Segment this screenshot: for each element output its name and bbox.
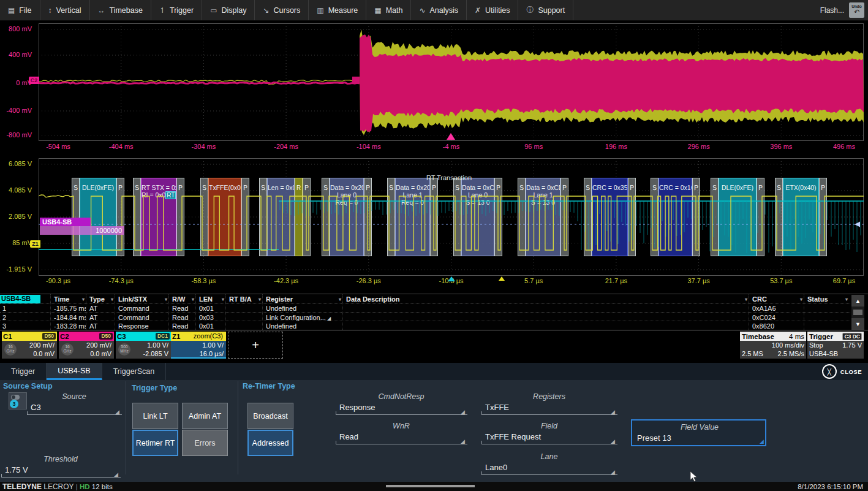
column-header-crc[interactable]: CRC▾ — [752, 295, 802, 303]
wnr-dropdown[interactable]: Read — [339, 432, 358, 441]
table-cell[interactable]: 1 — [2, 305, 50, 312]
registers-dropdown[interactable]: TxFFE — [485, 403, 509, 412]
sort-arrow-icon[interactable]: ▾ — [339, 297, 341, 302]
trigger-time-marker[interactable] — [448, 276, 455, 281]
sort-arrow-icon[interactable]: ▾ — [259, 297, 261, 302]
divider-handle[interactable] — [386, 485, 475, 487]
table-cell[interactable]: Command — [118, 305, 168, 312]
button-broadcast[interactable]: Broadcast — [247, 403, 293, 429]
table-cell[interactable]: Read — [172, 305, 195, 312]
field-value-input[interactable]: Preset 13 — [637, 433, 671, 443]
field-value-box[interactable]: Field Value Preset 13 ◢ — [631, 419, 766, 446]
table-cell[interactable]: 2 — [2, 314, 50, 321]
tab-triggerscan[interactable]: TriggerScan — [102, 363, 167, 380]
table-cell[interactable]: 3 — [2, 322, 50, 330]
sort-arrow-icon[interactable]: ▾ — [745, 297, 747, 302]
sort-arrow-icon[interactable]: ▾ — [192, 297, 194, 302]
sort-arrow-icon[interactable]: ▾ — [845, 297, 848, 302]
column-header-type[interactable]: Type▾ — [89, 295, 113, 303]
threshold-dropdown[interactable]: 1.75 V — [5, 465, 28, 474]
menu-item-analysis[interactable]: ∿Analysis — [411, 0, 467, 20]
column-header-register[interactable]: Register▾ — [266, 295, 341, 303]
table-cell[interactable]: -185.75 ms — [54, 305, 86, 312]
lane-dropdown[interactable]: Lane0 — [485, 463, 507, 472]
channel-descriptor-c1[interactable]: C1D5016GHz200 mV/0.0 mV — [2, 332, 57, 359]
decoder-label[interactable]: USB4-SB 1000000 — [40, 218, 124, 235]
sort-arrow-icon[interactable]: ▾ — [111, 297, 113, 302]
field-dropdown-icon[interactable]: ◢ — [611, 438, 615, 444]
cmdnotresp-dropdown[interactable]: Response — [339, 403, 376, 412]
table-cell[interactable]: 0x8620 — [752, 322, 804, 330]
table-cell[interactable]: AT — [89, 305, 115, 312]
timebase-box[interactable]: Timebase 4 ms 100 ms/div 2.5 MS 2.5 MS/s — [740, 332, 806, 359]
table-cell[interactable]: Undefined — [266, 322, 342, 330]
column-header-r-w[interactable]: R/W▾ — [172, 295, 194, 303]
lane-dropdown-icon[interactable]: ◢ — [611, 469, 615, 475]
scroll-handle[interactable] — [853, 310, 862, 315]
z1-zoom-marker[interactable]: Z1 — [30, 240, 40, 248]
trigger-box[interactable]: Trigger C3 DC Stop 1.75 V USB4-SB — [807, 332, 864, 359]
wnr-dropdown-icon[interactable]: ◢ — [461, 438, 465, 444]
column-header-status[interactable]: Status▾ — [807, 295, 848, 303]
table-cell[interactable]: -184.84 ms — [54, 314, 86, 321]
registers-dropdown-icon[interactable]: ◢ — [611, 409, 615, 415]
source-dropdown[interactable]: C3 — [31, 403, 41, 412]
decode-table-title[interactable]: USB4-SB — [0, 295, 40, 303]
menu-item-file[interactable]: ▤File — [0, 0, 40, 20]
column-header-rt-b-a[interactable]: RT B/A▾ — [229, 295, 261, 303]
menu-item-vertical[interactable]: ↕Vertical — [40, 0, 90, 20]
sort-arrow-icon[interactable]: ▾ — [165, 297, 167, 302]
sort-arrow-icon[interactable]: ▾ — [800, 297, 802, 302]
tab-trigger[interactable]: Trigger — [0, 363, 47, 380]
menu-item-math[interactable]: ▦Math — [366, 0, 411, 20]
field-value-dropdown-icon[interactable]: ◢ — [760, 438, 764, 444]
table-cell[interactable]: Undefined — [266, 305, 342, 312]
menu-item-trigger[interactable]: ↿Trigger — [151, 0, 202, 20]
menu-item-display[interactable]: ▭Display — [202, 0, 255, 20]
menu-item-cursors[interactable]: ↘Cursors — [255, 0, 309, 20]
column-header-data-description[interactable]: Data Description▾ — [346, 295, 747, 303]
table-cell[interactable]: Link Configuration... ◢ — [266, 314, 342, 321]
menu-item-support[interactable]: ⓘSupport — [518, 0, 573, 20]
channel-descriptor-c2[interactable]: C2D5016GHz200 mV/0.0 mV — [59, 332, 114, 359]
source-channel-icon[interactable]: 3 — [9, 392, 27, 409]
grid1-plot[interactable] — [39, 23, 864, 141]
column-header-link-stx[interactable]: Link/STX▾ — [118, 295, 167, 303]
tab-usb4-sb[interactable]: USB4-SB — [47, 363, 102, 380]
column-header-time[interactable]: Time▾ — [54, 295, 85, 303]
channel-descriptor-z1[interactable]: Z1zoom(C3)1.00 V/16.0 µs/ — [171, 332, 226, 359]
button-admin-at[interactable]: Admin AT — [182, 403, 228, 429]
menu-item-timebase[interactable]: ↔Timebase — [90, 0, 151, 20]
field-dropdown[interactable]: TxFFE Request — [485, 432, 541, 441]
zoom-position-marker[interactable] — [499, 276, 505, 281]
table-cell[interactable]: 0x01 — [199, 305, 225, 312]
button-errors[interactable]: Errors — [182, 430, 228, 456]
scroll-up-button[interactable]: ▲ — [851, 295, 864, 306]
column-header-len[interactable]: LEN▾ — [199, 295, 224, 303]
table-cell[interactable]: 0xA1A6 — [752, 305, 804, 312]
threshold-dropdown-icon[interactable]: ◢ — [114, 471, 118, 478]
sort-arrow-icon[interactable]: ▾ — [222, 297, 224, 302]
table-cell[interactable]: AT — [89, 314, 115, 321]
button-retimer-rt[interactable]: Retimer RT — [132, 430, 178, 456]
c2-channel-marker[interactable]: C2 — [29, 77, 39, 84]
add-trace-button[interactable]: + — [228, 332, 283, 359]
table-cell[interactable]: 0x01 — [199, 322, 225, 330]
source-dropdown-icon[interactable]: ◢ — [115, 409, 119, 415]
table-cell[interactable]: 0x03 — [199, 314, 225, 321]
button-link-lt[interactable]: Link LT — [132, 403, 178, 429]
undo-button[interactable]: Undo ↶ — [849, 2, 864, 18]
menu-item-measure[interactable]: ▥Measure — [309, 0, 366, 20]
scroll-down-button[interactable]: ▼ — [851, 318, 864, 330]
close-button[interactable]: CLOSE — [840, 368, 862, 375]
menu-item-utilities[interactable]: ✗Utilities — [467, 0, 518, 20]
table-cell[interactable]: Response — [118, 322, 168, 330]
table-cell[interactable]: AT — [89, 322, 115, 330]
cmdnotresp-dropdown-icon[interactable]: ◢ — [461, 409, 465, 415]
expand-triangle-icon[interactable]: ◢ — [326, 316, 331, 321]
table-cell[interactable]: -183.28 ms — [54, 322, 86, 330]
sort-arrow-icon[interactable]: ▾ — [82, 297, 85, 302]
button-addressed[interactable]: Addressed — [247, 430, 293, 456]
close-icon[interactable]: ╳ — [822, 364, 837, 379]
table-cell[interactable]: Read — [172, 314, 195, 321]
